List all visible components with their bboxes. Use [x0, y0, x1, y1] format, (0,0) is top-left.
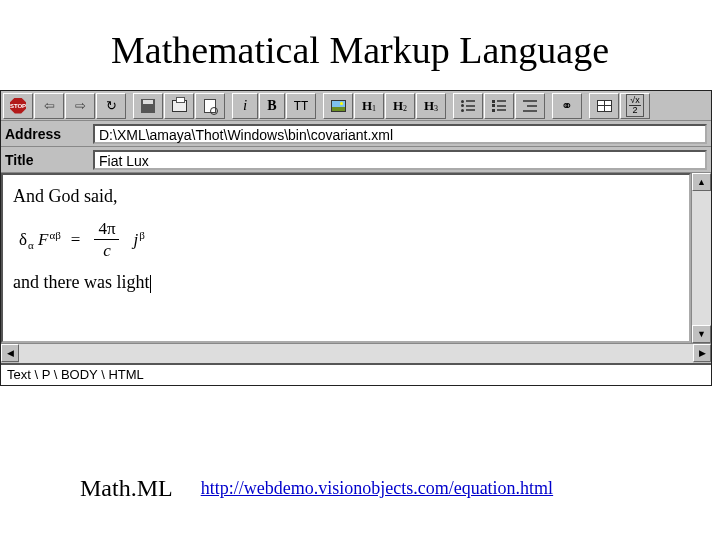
- slide-footer: Math.ML http://webdemo.visionobjects.com…: [80, 475, 553, 502]
- eq-delta: δ: [19, 230, 27, 249]
- forward-button[interactable]: ⇨: [65, 93, 95, 119]
- eq-sub-alpha: α: [28, 239, 34, 251]
- editor-line-2: and there was light: [13, 269, 679, 296]
- arrow-left-icon: ⇦: [44, 98, 55, 113]
- h2-button[interactable]: H2: [385, 93, 415, 119]
- eq-F: F: [38, 230, 48, 249]
- demo-link[interactable]: http://webdemo.visionobjects.com/equatio…: [201, 478, 553, 499]
- title-label: Title: [5, 152, 93, 168]
- address-input[interactable]: D:\XML\amaya\Thot\Windows\bin\covariant.…: [93, 124, 707, 144]
- italic-button[interactable]: i: [232, 93, 258, 119]
- chevron-down-icon: ▼: [697, 329, 706, 339]
- bullet-list-button[interactable]: [453, 93, 483, 119]
- main-toolbar: STOP ⇦ ⇨ ↻ i B TT H1 H2 H3: [1, 91, 711, 121]
- scroll-up-button[interactable]: ▲: [692, 173, 711, 191]
- table-icon: [597, 100, 612, 112]
- link-button[interactable]: ⚭: [552, 93, 582, 119]
- scroll-left-button[interactable]: ◀: [1, 344, 19, 362]
- eq-sup-beta: β: [139, 229, 145, 241]
- address-row: Address D:\XML\amaya\Thot\Windows\bin\co…: [1, 121, 711, 147]
- reload-button[interactable]: ↻: [96, 93, 126, 119]
- eq-fraction: 4π c: [94, 220, 119, 259]
- vertical-scrollbar[interactable]: ▲ ▼: [691, 173, 711, 343]
- find-button[interactable]: [195, 93, 225, 119]
- bullet-list-icon: [461, 100, 475, 112]
- chevron-left-icon: ◀: [7, 348, 14, 358]
- horizontal-scrollbar[interactable]: ◀ ▶: [1, 343, 711, 363]
- stop-icon: STOP: [10, 98, 26, 114]
- def-list-icon: [523, 100, 537, 112]
- table-button[interactable]: [589, 93, 619, 119]
- printer-icon: [172, 100, 187, 112]
- teletype-button[interactable]: TT: [286, 93, 316, 119]
- save-button[interactable]: [133, 93, 163, 119]
- eq-j: j: [133, 230, 138, 249]
- h3-button[interactable]: H3: [416, 93, 446, 119]
- numbered-list-button[interactable]: [484, 93, 514, 119]
- search-doc-icon: [204, 99, 216, 113]
- eq-numerator: 4π: [94, 220, 119, 240]
- h1-button[interactable]: H1: [354, 93, 384, 119]
- title-row: Title Fiat Lux: [1, 147, 711, 173]
- editor-line-1: And God said,: [13, 183, 679, 210]
- stop-button[interactable]: STOP: [3, 93, 33, 119]
- image-button[interactable]: [323, 93, 353, 119]
- image-icon: [331, 100, 346, 112]
- floppy-icon: [141, 99, 155, 113]
- mathml-label: Math.ML: [80, 475, 173, 502]
- slide-title: Mathematical Markup Language: [0, 0, 720, 90]
- title-input[interactable]: Fiat Lux: [93, 150, 707, 170]
- bold-button[interactable]: B: [259, 93, 285, 119]
- vscroll-track[interactable]: [692, 191, 711, 325]
- eq-sup-ab: αβ: [49, 229, 60, 241]
- math-fraction-icon: √x 2: [626, 94, 643, 117]
- reload-icon: ↻: [106, 98, 117, 113]
- scroll-down-button[interactable]: ▼: [692, 325, 711, 343]
- numbered-list-icon: [492, 100, 506, 112]
- address-label: Address: [5, 126, 93, 142]
- text-cursor: [150, 275, 151, 293]
- hscroll-track[interactable]: [19, 344, 693, 363]
- document-editor[interactable]: And God said, δα Fαβ = 4π c jβ and there…: [1, 173, 691, 343]
- math-button[interactable]: √x 2: [620, 93, 650, 119]
- status-bar: Text \ P \ BODY \ HTML: [1, 363, 711, 385]
- link-icon: ⚭: [561, 98, 573, 114]
- eq-equals: =: [71, 227, 81, 253]
- chevron-right-icon: ▶: [699, 348, 706, 358]
- def-list-button[interactable]: [515, 93, 545, 119]
- back-button[interactable]: ⇦: [34, 93, 64, 119]
- scroll-right-button[interactable]: ▶: [693, 344, 711, 362]
- amaya-editor-window: STOP ⇦ ⇨ ↻ i B TT H1 H2 H3: [0, 90, 712, 386]
- chevron-up-icon: ▲: [697, 177, 706, 187]
- equation-display: δα Fαβ = 4π c jβ: [19, 220, 679, 259]
- eq-denominator: c: [99, 240, 115, 259]
- print-button[interactable]: [164, 93, 194, 119]
- arrow-right-icon: ⇨: [75, 98, 86, 113]
